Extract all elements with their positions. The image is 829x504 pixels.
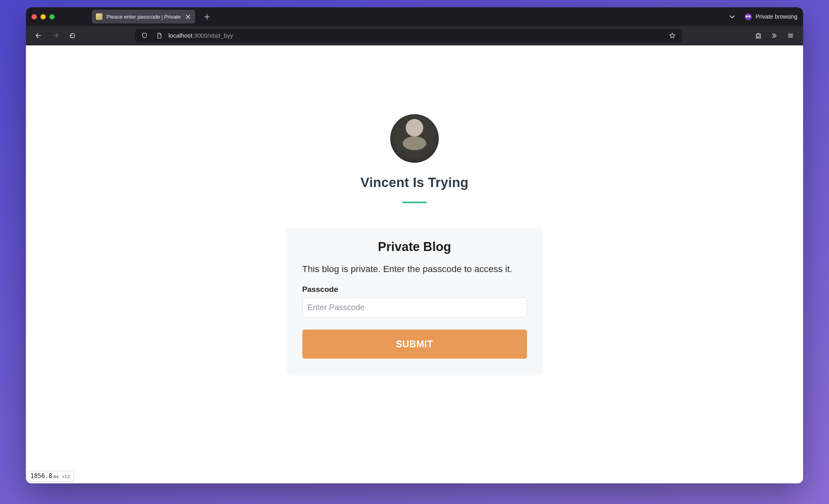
blog-title: Vincent Is Trying xyxy=(361,175,469,190)
browser-tab[interactable]: Please enter passcode | Private xyxy=(92,10,195,23)
window-close-button[interactable] xyxy=(32,14,37,19)
page-icon xyxy=(156,32,162,39)
back-button[interactable] xyxy=(32,29,45,43)
url-path: :3000/xbjd_byy xyxy=(192,32,233,39)
card-description: This blog is private. Enter the passcode… xyxy=(302,263,527,275)
plus-icon xyxy=(204,14,210,20)
close-icon xyxy=(186,15,190,19)
chevron-down-icon xyxy=(729,13,735,20)
app-menu-button[interactable] xyxy=(784,29,797,43)
card-title: Private Blog xyxy=(302,240,527,254)
window-controls xyxy=(32,14,55,19)
passcode-card: Private Blog This blog is private. Enter… xyxy=(286,228,543,375)
perf-badge[interactable]: 1856.8 ms ×13 xyxy=(28,471,74,482)
window-minimize-button[interactable] xyxy=(40,14,46,19)
browser-window: Please enter passcode | Private Private … xyxy=(26,7,803,483)
title-separator xyxy=(402,202,427,203)
shield-icon xyxy=(141,32,148,39)
tab-favicon xyxy=(96,13,102,20)
arrow-right-icon xyxy=(52,32,59,39)
perf-mult: ×13 xyxy=(62,474,70,479)
tracking-protection-button[interactable] xyxy=(139,30,150,41)
arrow-left-icon xyxy=(35,32,42,39)
hamburger-icon xyxy=(787,32,794,39)
star-icon xyxy=(669,32,676,39)
private-browsing-label: Private browsing xyxy=(756,13,798,20)
url-host: localhost xyxy=(168,32,192,39)
passcode-label: Passcode xyxy=(302,285,527,294)
url-bar[interactable]: localhost:3000/xbjd_byy xyxy=(135,29,682,43)
tab-strip: Please enter passcode | Private Private … xyxy=(26,7,803,26)
bookmark-button[interactable] xyxy=(667,30,678,41)
extensions-button[interactable] xyxy=(751,29,765,43)
forward-button[interactable] xyxy=(49,29,62,43)
toolbar: localhost:3000/xbjd_byy xyxy=(26,26,803,45)
submit-button[interactable]: SUBMIT xyxy=(302,330,527,359)
perf-ms-unit: ms xyxy=(53,474,59,479)
reload-button[interactable] xyxy=(66,29,79,43)
avatar xyxy=(390,114,439,163)
private-browsing-indicator: Private browsing xyxy=(745,13,798,20)
window-zoom-button[interactable] xyxy=(49,14,55,19)
puzzle-icon xyxy=(755,32,762,39)
reload-icon xyxy=(69,32,76,39)
page: Vincent Is Trying Private Blog This blog… xyxy=(26,45,803,375)
chevrons-right-icon xyxy=(771,32,778,39)
tab-title: Please enter passcode | Private xyxy=(106,14,181,20)
overflow-button[interactable] xyxy=(767,29,781,43)
site-info-button[interactable] xyxy=(154,30,164,41)
mask-icon xyxy=(745,13,752,20)
tabs-dropdown-button[interactable] xyxy=(727,11,738,22)
tab-close-button[interactable] xyxy=(185,13,191,20)
perf-ms: 1856.8 xyxy=(30,472,52,480)
url-text: localhost:3000/xbjd_byy xyxy=(168,32,663,39)
passcode-input[interactable] xyxy=(302,297,527,317)
viewport: Vincent Is Trying Private Blog This blog… xyxy=(26,45,803,483)
new-tab-button[interactable] xyxy=(201,11,213,23)
